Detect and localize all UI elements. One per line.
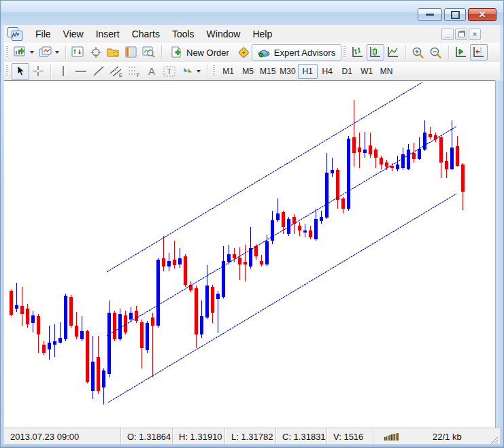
- candle: [363, 132, 367, 158]
- menu-file[interactable]: File: [29, 26, 57, 42]
- mdi-restore-button[interactable]: [455, 29, 467, 40]
- profiles-dropdown-caret[interactable]: [55, 51, 59, 54]
- trendline-icon: [93, 65, 105, 77]
- candle: [336, 168, 339, 209]
- metaeditor-button[interactable]: [234, 44, 252, 61]
- menu-charts[interactable]: Charts: [126, 26, 166, 42]
- mdi-minimize-button[interactable]: _: [441, 29, 454, 40]
- chart-canvas[interactable]: [5, 82, 494, 428]
- equidistant-channel-button[interactable]: E: [107, 63, 125, 80]
- new-chart-button[interactable]: [12, 44, 29, 61]
- candle: [445, 152, 448, 178]
- resize-grip[interactable]: [489, 435, 499, 445]
- text-tool-button[interactable]: A: [143, 63, 161, 80]
- navigator-button[interactable]: [105, 44, 122, 61]
- candle: [429, 127, 432, 139]
- market-watch-icon: [71, 46, 85, 58]
- menu-view[interactable]: View: [57, 26, 90, 42]
- chart-shift-button[interactable]: [470, 44, 488, 61]
- candlestick-chart-button[interactable]: [367, 44, 384, 61]
- candle: [31, 311, 35, 332]
- chart-right-frame: [495, 81, 504, 428]
- timeframe-m1-button[interactable]: M1: [218, 64, 238, 79]
- menu-help[interactable]: Help: [246, 26, 278, 42]
- candle: [189, 281, 192, 292]
- candle: [282, 211, 285, 234]
- arrows-dropdown-caret[interactable]: [197, 70, 201, 73]
- svg-text:T: T: [167, 67, 172, 75]
- timeframe-h4-button[interactable]: H4: [318, 64, 337, 79]
- new-order-label: New Order: [186, 48, 229, 58]
- toolbar-grip[interactable]: [6, 46, 8, 58]
- toolbar-grip[interactable]: [343, 46, 346, 58]
- timeframe-d1-button[interactable]: D1: [337, 64, 357, 79]
- candle: [314, 209, 318, 241]
- horizontal-line-icon: [75, 65, 87, 77]
- metaeditor-icon: [236, 46, 250, 59]
- toolbar-separator: [405, 46, 406, 59]
- minimize-button[interactable]: [418, 8, 442, 21]
- candle: [58, 322, 62, 343]
- new-order-button[interactable]: New Order: [165, 44, 234, 61]
- mdi-minimize-icon: _: [446, 31, 450, 38]
- status-bar-low: L: 1.31782: [225, 428, 276, 445]
- timeframe-m30-button[interactable]: M30: [278, 64, 297, 79]
- vertical-line-button[interactable]: [54, 63, 72, 80]
- candle: [184, 254, 187, 287]
- candle: [135, 306, 138, 323]
- expert-advisors-label: Expert Advisors: [274, 48, 335, 58]
- toolbar-grip[interactable]: [6, 65, 8, 77]
- profiles-button[interactable]: [37, 44, 54, 61]
- toolbar-grip[interactable]: [213, 65, 215, 77]
- status-bar: 2013.07.23 09:00 O: 1.31864 H: 1.31910 L…: [4, 428, 500, 445]
- new-order-icon: [170, 46, 183, 58]
- terminal-button[interactable]: [122, 44, 140, 61]
- candle: [325, 153, 329, 219]
- candle: [200, 300, 203, 338]
- zoom-out-button[interactable]: [427, 44, 445, 61]
- maximize-button[interactable]: [444, 8, 466, 21]
- menu-insert[interactable]: Insert: [90, 26, 126, 42]
- trendline-button[interactable]: [90, 63, 107, 80]
- auto-scroll-button[interactable]: [452, 44, 470, 61]
- candle: [124, 311, 127, 334]
- cursor-button[interactable]: [12, 63, 29, 80]
- bar-chart-button[interactable]: [349, 44, 367, 61]
- timeframe-h1-button[interactable]: H1: [298, 64, 318, 79]
- chart-window[interactable]: [4, 80, 495, 428]
- expert-advisors-button[interactable]: Expert Advisors: [252, 44, 341, 61]
- candle: [434, 133, 437, 142]
- market-watch-button[interactable]: [69, 44, 87, 61]
- new-chart-dropdown-caret[interactable]: [30, 51, 34, 54]
- timeframe-w1-button[interactable]: W1: [357, 64, 377, 79]
- candle: [222, 246, 225, 298]
- timeframe-m15-button[interactable]: M15: [258, 64, 278, 79]
- zoom-in-button[interactable]: [409, 44, 427, 61]
- candle: [10, 290, 13, 316]
- arrows-tool-button[interactable]: [178, 63, 196, 80]
- data-window-button[interactable]: [87, 44, 105, 61]
- strategy-tester-button[interactable]: [140, 44, 158, 61]
- candle: [254, 244, 258, 260]
- text-label-icon: T: [163, 65, 176, 77]
- new-chart-icon: [14, 46, 27, 58]
- menu-tools[interactable]: Tools: [166, 26, 201, 42]
- text-label-button[interactable]: T: [161, 63, 178, 80]
- mt4-window: ✕ File View Insert Charts Tools Window H…: [0, 0, 504, 448]
- menu-window[interactable]: Window: [201, 26, 247, 42]
- candlestick-chart-icon: [369, 46, 382, 58]
- close-button[interactable]: ✕: [468, 8, 497, 21]
- titlebar[interactable]: ✕: [1, 1, 503, 25]
- candle: [347, 136, 350, 211]
- candle: [292, 214, 296, 234]
- timeframe-mn-button[interactable]: MN: [377, 64, 397, 79]
- candle: [303, 224, 307, 237]
- mdi-close-button[interactable]: ×: [469, 29, 481, 40]
- line-chart-button[interactable]: [384, 44, 402, 61]
- candle: [227, 245, 231, 264]
- fibonacci-button[interactable]: F: [125, 63, 143, 80]
- timeframe-m5-button[interactable]: M5: [238, 64, 258, 79]
- status-bar-time: 2013.07.23 09:00: [4, 428, 121, 445]
- crosshair-button[interactable]: [29, 63, 47, 80]
- horizontal-line-button[interactable]: [72, 63, 90, 80]
